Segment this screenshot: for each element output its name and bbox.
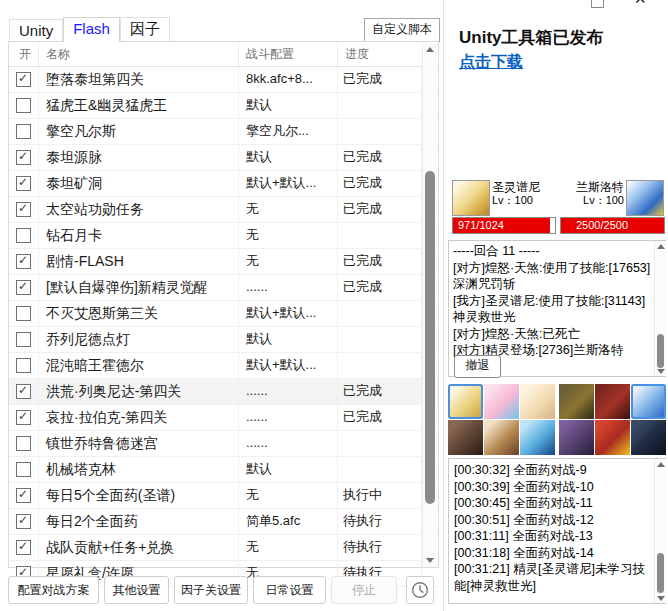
task-checkbox[interactable] bbox=[16, 228, 31, 243]
task-config: 无 bbox=[239, 483, 338, 508]
battle-log-scrollbar[interactable] bbox=[654, 241, 666, 376]
daily-settings-button[interactable]: 日常设置 bbox=[253, 576, 326, 604]
table-row[interactable]: 泰坦矿洞默认+默认...已完成 bbox=[9, 171, 438, 197]
table-row[interactable]: 战队贡献+任务+兑换无待执行 bbox=[9, 535, 438, 561]
table-row[interactable]: 乔列尼德点灯默认 bbox=[9, 327, 438, 353]
creature-thumbnail bbox=[520, 384, 555, 419]
stop-button[interactable]: 停止 bbox=[331, 576, 397, 604]
task-config: 默认+默认... bbox=[239, 171, 338, 196]
table-row[interactable]: 机械塔克林默认 bbox=[9, 457, 438, 483]
task-config: 简单5.afc bbox=[239, 509, 338, 534]
task-checkbox[interactable] bbox=[16, 150, 31, 165]
task-checkbox[interactable] bbox=[16, 514, 31, 529]
task-name: 堕落泰坦第四关 bbox=[39, 67, 239, 92]
task-config: 无 bbox=[239, 197, 338, 222]
table-row[interactable]: 钻石月卡无 bbox=[9, 223, 438, 249]
task-checkbox[interactable] bbox=[16, 280, 31, 295]
table-row[interactable]: 每日5个全面药(圣谱)无执行中 bbox=[9, 483, 438, 509]
task-checkbox[interactable] bbox=[16, 410, 31, 425]
battle-log-scrollbar-thumb[interactable] bbox=[657, 334, 664, 368]
task-checkbox[interactable] bbox=[16, 124, 31, 139]
retreat-button[interactable]: 撤退 bbox=[454, 355, 501, 378]
tab-unity[interactable]: Unity bbox=[9, 19, 63, 42]
task-name: 机械塔克林 bbox=[39, 457, 239, 482]
table-scrollbar-thumb[interactable] bbox=[425, 171, 435, 504]
creature-thumbnail bbox=[448, 420, 483, 455]
ally-hp-bar: 971/1024 bbox=[452, 217, 556, 234]
table-row[interactable]: 泰坦源脉默认已完成 bbox=[9, 145, 438, 171]
scroll-up-icon[interactable] bbox=[655, 241, 666, 251]
scroll-up-icon[interactable] bbox=[655, 459, 666, 469]
task-checkbox[interactable] bbox=[16, 384, 31, 399]
table-row[interactable]: 猛虎王&幽灵猛虎王默认 bbox=[9, 93, 438, 119]
task-checkbox[interactable] bbox=[16, 202, 31, 217]
log-line: [00:30:51] 全面药对战-12 bbox=[454, 512, 651, 529]
task-checkbox[interactable] bbox=[16, 254, 31, 269]
task-checkbox[interactable] bbox=[16, 540, 31, 555]
task-name: 泰坦源脉 bbox=[39, 145, 239, 170]
run-log-scrollbar-thumb[interactable] bbox=[657, 553, 664, 593]
table-row[interactable]: 不灭艾恩斯第三关默认+默认... bbox=[9, 301, 438, 327]
task-name: 哀拉·拉伯克-第四关 bbox=[39, 405, 239, 430]
tab-flash[interactable]: Flash bbox=[63, 17, 120, 42]
maximize-icon[interactable] bbox=[591, 0, 604, 8]
task-progress: 已完成 bbox=[338, 275, 422, 300]
task-checkbox[interactable] bbox=[16, 462, 31, 477]
task-name: 剧情-FLASH bbox=[39, 249, 239, 274]
task-name: 太空站功勋任务 bbox=[39, 197, 239, 222]
scroll-down-icon[interactable] bbox=[423, 554, 437, 567]
other-settings-button[interactable]: 其他设置 bbox=[104, 576, 169, 604]
task-checkbox[interactable] bbox=[16, 72, 31, 87]
task-name: 每日5个全面药(圣谱) bbox=[39, 483, 239, 508]
run-log-scrollbar[interactable] bbox=[654, 459, 666, 603]
table-row[interactable]: [默认自爆弹伤]新精灵觉醒......已完成 bbox=[9, 275, 438, 301]
header-config[interactable]: 战斗配置 bbox=[239, 42, 338, 66]
task-progress bbox=[338, 327, 422, 352]
table-row[interactable]: 混沌暗王霍德尔默认+默认... bbox=[9, 353, 438, 379]
task-config: 无 bbox=[239, 535, 338, 560]
task-progress bbox=[338, 353, 422, 378]
creature-thumbnail bbox=[559, 420, 594, 455]
task-config: 默认 bbox=[239, 145, 338, 170]
table-row[interactable]: 洪荒·列奥尼达-第四关......已完成 bbox=[9, 379, 438, 405]
header-progress[interactable]: 进度 bbox=[338, 42, 422, 66]
download-link[interactable]: 点击下载 bbox=[459, 52, 523, 73]
log-line: [00:30:45] 全面药对战-11 bbox=[454, 495, 651, 512]
task-config: ...... bbox=[239, 405, 338, 430]
table-row[interactable]: 哀拉·拉伯克-第四关......已完成 bbox=[9, 405, 438, 431]
scroll-down-icon[interactable] bbox=[655, 366, 666, 376]
table-scrollbar[interactable] bbox=[422, 43, 437, 567]
close-icon[interactable] bbox=[634, 0, 650, 8]
table-row[interactable]: 每日2个全面药简单5.afc待执行 bbox=[9, 509, 438, 535]
task-progress bbox=[338, 457, 422, 482]
task-config: 默认 bbox=[239, 457, 338, 482]
header-enabled[interactable]: 开 bbox=[9, 42, 39, 66]
task-checkbox[interactable] bbox=[16, 488, 31, 503]
table-row[interactable]: 擎空凡尔斯擎空凡尔... bbox=[9, 119, 438, 145]
task-checkbox[interactable] bbox=[16, 98, 31, 113]
task-name: 每日2个全面药 bbox=[39, 509, 239, 534]
task-checkbox[interactable] bbox=[16, 176, 31, 191]
task-checkbox[interactable] bbox=[16, 358, 31, 373]
custom-script-button[interactable]: 自定义脚本 bbox=[364, 18, 440, 42]
schedule-button[interactable] bbox=[406, 576, 434, 604]
table-row[interactable]: 剧情-FLASH无已完成 bbox=[9, 249, 438, 275]
task-checkbox[interactable] bbox=[16, 436, 31, 451]
log-line: [对方]煌怒·天煞:已死亡 bbox=[453, 326, 651, 343]
task-checkbox[interactable] bbox=[16, 306, 31, 321]
task-name: 钻石月卡 bbox=[39, 223, 239, 248]
factor-stage-settings-button[interactable]: 因子关设置 bbox=[174, 576, 248, 604]
table-row[interactable]: 堕落泰坦第四关8kk.afc+8...已完成 bbox=[9, 67, 438, 93]
task-checkbox[interactable] bbox=[16, 332, 31, 347]
table-row[interactable]: 镇世乔特鲁德迷宫...... bbox=[9, 431, 438, 457]
task-table-body: 堕落泰坦第四关8kk.afc+8...已完成猛虎王&幽灵猛虎王默认擎空凡尔斯擎空… bbox=[9, 67, 438, 587]
scroll-up-icon[interactable] bbox=[423, 43, 437, 56]
clock-icon bbox=[411, 581, 429, 599]
table-row[interactable]: 太空站功勋任务无已完成 bbox=[9, 197, 438, 223]
tab-yinzi[interactable]: 因子 bbox=[120, 17, 170, 42]
tab-bar: UnityFlash因子 bbox=[9, 17, 170, 42]
creature-thumbnail bbox=[484, 384, 519, 419]
header-name[interactable]: 名称 bbox=[39, 42, 239, 66]
scroll-down-icon[interactable] bbox=[655, 593, 666, 603]
configure-battle-plan-button[interactable]: 配置对战方案 bbox=[8, 576, 99, 604]
